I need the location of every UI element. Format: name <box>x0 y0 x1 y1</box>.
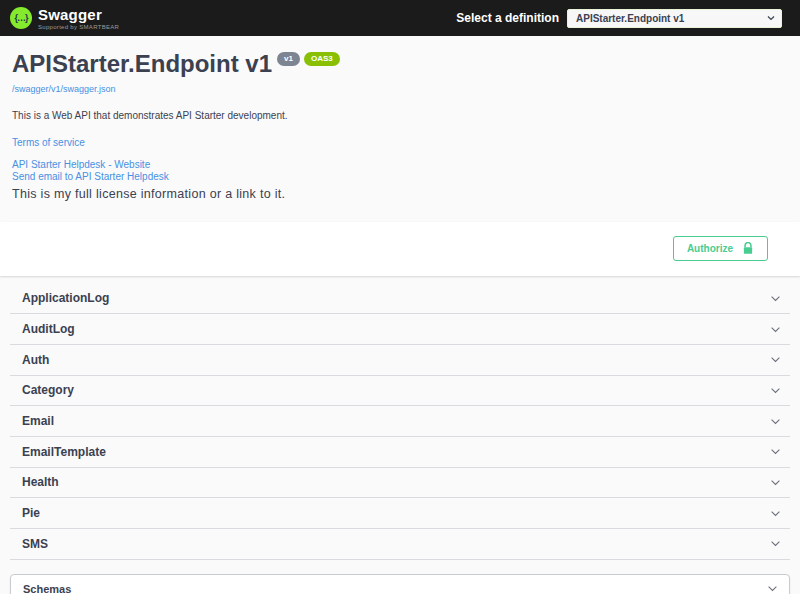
tag-label: Auth <box>22 353 49 367</box>
version-badge: v1 <box>277 52 300 66</box>
chevron-down-icon[interactable] <box>769 323 782 336</box>
tag-label: AuditLog <box>22 322 75 336</box>
chevron-down-icon[interactable] <box>769 353 782 366</box>
tag-label: SMS <box>22 537 48 551</box>
chevron-down-icon[interactable] <box>769 476 782 489</box>
oas3-badge: OAS3 <box>304 52 340 66</box>
tag-label: ApplicationLog <box>22 291 109 305</box>
definition-picker: Select a definition APIStarter.Endpoint … <box>456 8 782 28</box>
tag-row-sms[interactable]: SMS <box>10 529 790 560</box>
tag-row-emailtemplate[interactable]: EmailTemplate <box>10 437 790 468</box>
chevron-down-icon[interactable] <box>769 384 782 397</box>
api-title-text: APIStarter.Endpoint v1 <box>12 50 272 78</box>
chevron-down-icon[interactable] <box>769 507 782 520</box>
tag-row-applicationlog[interactable]: ApplicationLog <box>10 284 790 315</box>
brand-subtitle: Supported by SMARTBEAR <box>38 24 119 30</box>
page-title: APIStarter.Endpoint v1 v1 OAS3 <box>12 50 788 78</box>
tag-row-category[interactable]: Category <box>10 376 790 407</box>
spec-json-link[interactable]: /swagger/v1/swagger.json <box>12 84 116 94</box>
tag-row-pie[interactable]: Pie <box>10 498 790 529</box>
api-info-section: APIStarter.Endpoint v1 v1 OAS3 /swagger/… <box>0 36 800 201</box>
topbar: {…} Swagger Supported by SMARTBEAR Selec… <box>0 0 800 36</box>
tag-label: EmailTemplate <box>22 445 106 459</box>
tag-label: Health <box>22 475 59 489</box>
tag-label: Category <box>22 383 74 397</box>
schemas-section[interactable]: Schemas <box>10 574 790 594</box>
authorize-button-label: Authorize <box>687 243 733 254</box>
chevron-down-icon[interactable] <box>769 292 782 305</box>
tag-label: Pie <box>22 506 40 520</box>
lock-icon <box>742 242 754 255</box>
license-info: This is my full license information or a… <box>12 187 788 201</box>
chevron-down-icon[interactable] <box>766 582 779 594</box>
tag-row-health[interactable]: Health <box>10 468 790 499</box>
scheme-container: Authorize <box>0 222 800 276</box>
schemas-label: Schemas <box>23 583 71 594</box>
swagger-logo[interactable]: {…} Swagger Supported by SMARTBEAR <box>10 7 119 30</box>
select-definition-label: Select a definition <box>456 11 559 25</box>
chevron-down-icon[interactable] <box>769 537 782 550</box>
definition-select[interactable]: APIStarter.Endpoint v1 <box>567 9 782 28</box>
terms-of-service-link[interactable]: Terms of service <box>12 137 788 150</box>
api-description: This is a Web API that demonstrates API … <box>12 110 788 121</box>
helpdesk-email-link[interactable]: Send email to API Starter Helpdesk <box>12 171 788 184</box>
operations-list: ApplicationLog AuditLog Auth Category Em… <box>10 284 790 560</box>
tag-row-email[interactable]: Email <box>10 406 790 437</box>
chevron-down-icon[interactable] <box>769 445 782 458</box>
helpdesk-website-link[interactable]: API Starter Helpdesk - Website <box>12 159 788 172</box>
chevron-down-icon[interactable] <box>769 415 782 428</box>
brand-name: Swagger <box>38 7 119 22</box>
swagger-logo-icon: {…} <box>10 7 32 29</box>
tag-row-auth[interactable]: Auth <box>10 345 790 376</box>
tag-row-auditlog[interactable]: AuditLog <box>10 314 790 345</box>
tag-label: Email <box>22 414 54 428</box>
authorize-button[interactable]: Authorize <box>673 236 768 261</box>
